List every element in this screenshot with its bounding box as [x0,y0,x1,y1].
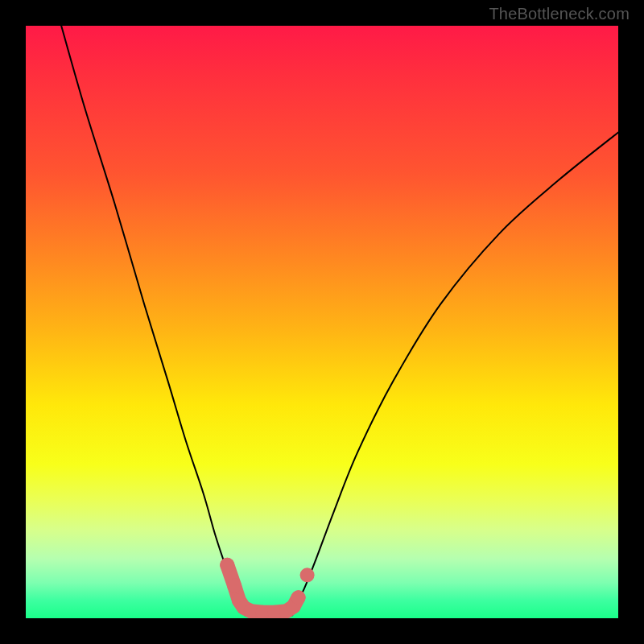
curve-layer [61,26,618,617]
marker-layer [220,558,314,618]
marker-right-gap-1 [300,568,315,582]
marker-left-cluster-1 [220,558,234,572]
marker-right-cluster-2 [291,590,306,605]
watermark-text: TheBottleneck.com [489,5,630,23]
series-right-branch [292,132,618,612]
series-left-branch [61,26,245,613]
chart-svg [26,26,618,618]
marker-left-cluster-2 [227,579,242,593]
chart-frame: TheBottleneck.com [0,0,644,644]
plot-area [26,26,618,618]
